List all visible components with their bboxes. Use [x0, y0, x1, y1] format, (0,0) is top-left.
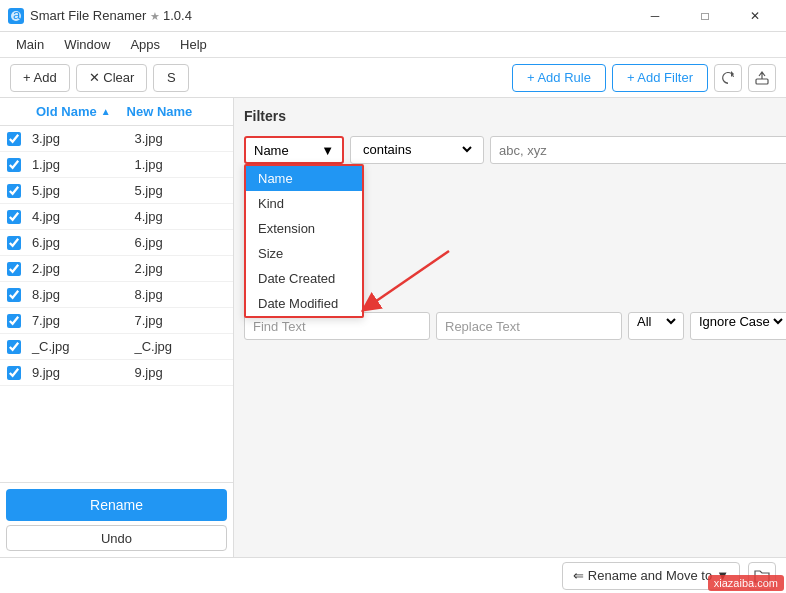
dropdown-item-date-created[interactable]: Date Created — [246, 266, 362, 291]
refresh-icon — [721, 71, 735, 85]
field-select[interactable]: Name ▼ — [244, 136, 344, 164]
old-name-cell: 1.jpg — [28, 157, 131, 172]
dropdown-item-name[interactable]: Name — [246, 166, 362, 191]
table-row: 8.jpg 8.jpg — [0, 282, 233, 308]
close-button[interactable]: ✕ — [732, 0, 778, 32]
add-filter-button[interactable]: + Add Filter — [612, 64, 708, 92]
old-name-cell: 5.jpg — [28, 183, 131, 198]
table-row: 6.jpg 6.jpg — [0, 230, 233, 256]
field-dropdown-container: Name ▼ Name Kind Extension Size Date Cre… — [244, 136, 344, 164]
left-panel-bottom: Rename Undo — [0, 482, 233, 557]
old-name-header[interactable]: Old Name ▲ — [28, 98, 119, 125]
row-checkbox-5[interactable] — [0, 262, 28, 276]
export-icon — [755, 71, 769, 85]
main-content: Old Name ▲ New Name 3.jpg 3.jpg 1.jpg 1.… — [0, 98, 786, 557]
undo-button[interactable]: Undo — [6, 525, 227, 551]
condition-select[interactable]: contains does not contain is is not star… — [350, 136, 484, 164]
table-row: 5.jpg 5.jpg — [0, 178, 233, 204]
field-dropdown: Name Kind Extension Size Date Created Da… — [244, 164, 364, 318]
search-button[interactable]: S — [153, 64, 189, 92]
row-checkbox-3[interactable] — [0, 210, 28, 224]
table-row: 9.jpg 9.jpg — [0, 360, 233, 386]
file-list-header: Old Name ▲ New Name — [0, 98, 233, 126]
table-row: 7.jpg 7.jpg — [0, 308, 233, 334]
window-controls: ─ □ ✕ — [632, 0, 778, 32]
rename-move-label: ⇐ Rename and Move to — [573, 568, 712, 583]
case-select-input[interactable]: Ignore Case Match Case — [695, 313, 786, 330]
add-rule-button[interactable]: + Add Rule — [512, 64, 606, 92]
checkbox-input-8[interactable] — [7, 340, 21, 354]
checkbox-input-1[interactable] — [7, 158, 21, 172]
folder-icon — [754, 569, 770, 583]
scope-select-input[interactable]: All First Last — [633, 313, 679, 330]
replace-text-input[interactable] — [436, 312, 622, 340]
rename-button[interactable]: Rename — [6, 489, 227, 521]
row-checkbox-8[interactable] — [0, 340, 28, 354]
dropdown-item-date-modified[interactable]: Date Modified — [246, 291, 362, 316]
menu-main[interactable]: Main — [8, 34, 52, 55]
case-select[interactable]: Ignore Case Match Case — [690, 312, 786, 340]
checkbox-input-5[interactable] — [7, 262, 21, 276]
row-checkbox-9[interactable] — [0, 366, 28, 380]
table-row: 4.jpg 4.jpg — [0, 204, 233, 230]
checkbox-input-4[interactable] — [7, 236, 21, 250]
new-name-cell: 8.jpg — [130, 287, 233, 302]
refresh-button[interactable] — [714, 64, 742, 92]
menu-bar: Main Window Apps Help — [0, 32, 786, 58]
dropdown-arrow-icon: ▼ — [321, 143, 334, 158]
menu-apps[interactable]: Apps — [122, 34, 168, 55]
old-name-cell: 9.jpg — [28, 365, 131, 380]
new-name-cell: 5.jpg — [130, 183, 233, 198]
checkbox-input-6[interactable] — [7, 288, 21, 302]
table-row: 3.jpg 3.jpg — [0, 126, 233, 152]
row-checkbox-0[interactable] — [0, 132, 28, 146]
dropdown-arrow-icon: ▼ — [716, 568, 729, 583]
old-name-cell: 4.jpg — [28, 209, 131, 224]
old-name-cell: _C.jpg — [28, 339, 131, 354]
table-row: 1.jpg 1.jpg — [0, 152, 233, 178]
filters-panel: Filters Name ▼ Name Kind Extension Size … — [234, 98, 786, 557]
old-name-cell: 2.jpg — [28, 261, 131, 276]
new-name-cell: 9.jpg — [130, 365, 233, 380]
condition-select-input[interactable]: contains does not contain is is not star… — [359, 141, 475, 158]
new-name-cell: 6.jpg — [130, 235, 233, 250]
new-name-cell: 3.jpg — [130, 131, 233, 146]
row-checkbox-7[interactable] — [0, 314, 28, 328]
row-checkbox-6[interactable] — [0, 288, 28, 302]
old-name-cell: 7.jpg — [28, 313, 131, 328]
svg-text:a: a — [13, 10, 21, 22]
dropdown-item-kind[interactable]: Kind — [246, 191, 362, 216]
checkbox-input-0[interactable] — [7, 132, 21, 146]
row-checkbox-1[interactable] — [0, 158, 28, 172]
checkbox-input-3[interactable] — [7, 210, 21, 224]
folder-button[interactable] — [748, 562, 776, 590]
menu-window[interactable]: Window — [56, 34, 118, 55]
checkbox-input-7[interactable] — [7, 314, 21, 328]
scope-select[interactable]: All First Last — [628, 312, 684, 340]
export-button[interactable] — [748, 64, 776, 92]
menu-help[interactable]: Help — [172, 34, 215, 55]
new-name-cell: 1.jpg — [130, 157, 233, 172]
filters-title: Filters — [244, 108, 786, 124]
svg-rect-2 — [756, 79, 768, 84]
new-name-header[interactable]: New Name — [119, 98, 201, 125]
add-button[interactable]: + Add — [10, 64, 70, 92]
dropdown-item-extension[interactable]: Extension — [246, 216, 362, 241]
row-checkbox-2[interactable] — [0, 184, 28, 198]
checkbox-input-9[interactable] — [7, 366, 21, 380]
row-checkbox-4[interactable] — [0, 236, 28, 250]
filter-text-input[interactable] — [490, 136, 786, 164]
new-name-cell: 2.jpg — [130, 261, 233, 276]
toolbar: + Add ✕ Clear S + Add Rule + Add Filter — [0, 58, 786, 98]
table-row: _C.jpg _C.jpg — [0, 334, 233, 360]
clear-button[interactable]: ✕ Clear — [76, 64, 148, 92]
minimize-button[interactable]: ─ — [632, 0, 678, 32]
dropdown-item-size[interactable]: Size — [246, 241, 362, 266]
old-name-cell: 6.jpg — [28, 235, 131, 250]
maximize-button[interactable]: □ — [682, 0, 728, 32]
checkbox-input-2[interactable] — [7, 184, 21, 198]
rename-move-button[interactable]: ⇐ Rename and Move to ▼ — [562, 562, 740, 590]
filter-row: Name ▼ Name Kind Extension Size Date Cre… — [244, 136, 786, 164]
file-list-panel: Old Name ▲ New Name 3.jpg 3.jpg 1.jpg 1.… — [0, 98, 234, 557]
file-list-body: 3.jpg 3.jpg 1.jpg 1.jpg 5.jpg 5.jpg 4.jp… — [0, 126, 233, 482]
